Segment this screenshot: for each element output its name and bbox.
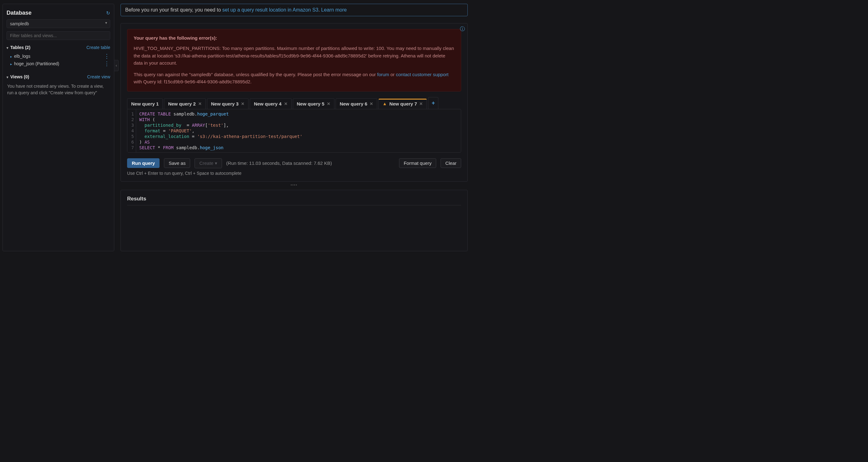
table-item[interactable]: hoge_json (Partitioned) ⋮ [6, 60, 110, 67]
tab-label: New query 7 [389, 101, 417, 106]
main-area: ‹ Before you run your first query, you n… [114, 0, 472, 251]
action-bar: Run query Save as Create ▾ (Run time: 11… [127, 158, 461, 168]
error-box: Your query has the following error(s): H… [127, 29, 461, 91]
forum-link[interactable]: forum [377, 72, 389, 77]
clear-button[interactable]: Clear [440, 158, 461, 168]
sql-editor[interactable]: 1 2 3 4 5 6 7 CREATE TABLE sampledb.hoge… [127, 109, 461, 153]
create-button[interactable]: Create ▾ [194, 158, 222, 168]
tables-section-toggle[interactable]: Tables (2) [6, 45, 30, 50]
create-view-link[interactable]: Create view [87, 74, 110, 79]
tab-label: New query 6 [340, 101, 367, 106]
close-icon[interactable]: ✕ [198, 101, 202, 106]
caret-right-icon [10, 54, 12, 59]
run-info: (Run time: 11.03 seconds, Data scanned: … [226, 160, 332, 166]
tab-query-2[interactable]: New query 2 ✕ [164, 98, 206, 109]
notice-text: Before you run your first query, you nee… [125, 7, 222, 12]
support-link[interactable]: contact customer support [396, 72, 448, 77]
table-name: hoge_json (Partitioned) [14, 61, 59, 66]
tab-label: New query 5 [297, 101, 324, 106]
save-as-button[interactable]: Save as [164, 158, 190, 168]
keyboard-hint: Use Ctrl + Enter to run query, Ctrl + Sp… [127, 171, 461, 176]
database-heading: Database [6, 10, 32, 16]
results-panel: Results [121, 190, 468, 252]
setup-s3-link[interactable]: set up a query result location in Amazon… [222, 7, 318, 12]
resize-handle[interactable]: •••• [121, 182, 468, 189]
filter-tables-input[interactable] [6, 31, 110, 40]
tab-query-5[interactable]: New query 5 ✕ [293, 98, 334, 109]
tab-query-1[interactable]: New query 1 [127, 98, 163, 109]
caret-right-icon [10, 61, 12, 66]
tables-header: Tables (2) [10, 45, 30, 50]
close-icon[interactable]: ✕ [284, 101, 287, 106]
query-panel: ⓘ Your query has the following error(s):… [121, 23, 468, 182]
tab-query-7[interactable]: ▲ New query 7 ✕ [378, 99, 427, 109]
caret-down-icon [6, 45, 8, 50]
table-menu-icon[interactable]: ⋮ [104, 61, 110, 66]
table-item[interactable]: elb_logs ⋮ [6, 53, 110, 60]
results-heading: Results [127, 196, 461, 206]
query-tabs: New query 1 New query 2 ✕ New query 3 ✕ … [127, 97, 461, 109]
tab-label: New query 4 [254, 101, 281, 106]
error-body: HIVE_TOO_MANY_OPEN_PARTITIONS: Too many … [134, 44, 455, 66]
tab-label: New query 2 [168, 101, 195, 106]
refresh-icon[interactable]: ↻ [106, 10, 110, 16]
info-icon[interactable]: ⓘ [460, 26, 465, 32]
database-select[interactable]: sampledb [6, 19, 110, 28]
sidebar: Database ↻ sampledb Tables (2) Create ta… [2, 4, 114, 251]
collapse-sidebar-handle[interactable]: ‹ [114, 60, 119, 71]
caret-down-icon [6, 74, 8, 79]
close-icon[interactable]: ✕ [419, 101, 423, 106]
views-empty-text: You have not created any views. To creat… [6, 82, 110, 97]
tab-query-3[interactable]: New query 3 ✕ [207, 98, 249, 109]
format-query-button[interactable]: Format query [399, 158, 436, 168]
run-query-button[interactable]: Run query [127, 158, 160, 168]
setup-notice: Before you run your first query, you nee… [121, 4, 468, 16]
tab-label: New query 3 [211, 101, 239, 106]
tab-label: New query 1 [131, 101, 159, 106]
editor-code[interactable]: CREATE TABLE sampledb.hoge_parquet WITH … [136, 109, 306, 152]
create-table-link[interactable]: Create table [87, 45, 110, 50]
chevron-down-icon: ▾ [215, 160, 217, 166]
close-icon[interactable]: ✕ [241, 101, 245, 106]
table-menu-icon[interactable]: ⋮ [104, 54, 110, 58]
warning-icon: ▲ [382, 101, 387, 106]
close-icon[interactable]: ✕ [370, 101, 373, 106]
views-header: Views (0) [10, 74, 29, 79]
tab-query-6[interactable]: New query 6 ✕ [336, 98, 377, 109]
views-section-toggle[interactable]: Views (0) [6, 74, 29, 79]
learn-more-link[interactable]: Learn more [321, 7, 347, 12]
table-name: elb_logs [14, 54, 30, 59]
close-icon[interactable]: ✕ [327, 101, 330, 106]
tab-query-4[interactable]: New query 4 ✕ [250, 98, 291, 109]
add-tab-button[interactable]: + [428, 97, 438, 109]
editor-gutter: 1 2 3 4 5 6 7 [127, 109, 136, 152]
error-footer: This query ran against the "sampledb" da… [134, 71, 455, 86]
error-title: Your query has the following error(s): [134, 34, 455, 41]
